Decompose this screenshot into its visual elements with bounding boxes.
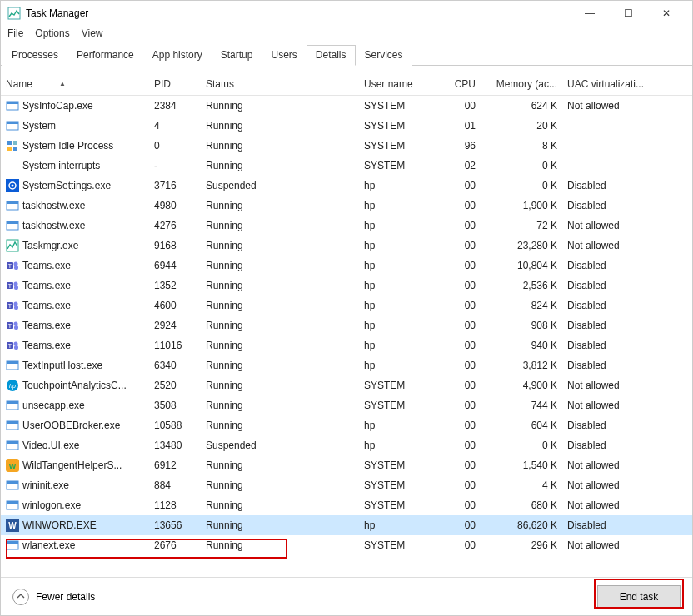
end-task-button[interactable]: End task: [597, 585, 681, 609]
table-row[interactable]: hpTouchpointAnalyticsC...2520RunningSYST…: [1, 375, 692, 395]
process-name: SysInfoCap.exe: [22, 100, 93, 112]
table-row[interactable]: winlogon.exe1128RunningSYSTEM00680 KNot …: [1, 495, 692, 515]
process-icon: T: [6, 339, 19, 352]
table-row[interactable]: TextInputHost.exe6340Runninghp003,812 KD…: [1, 355, 692, 375]
process-cpu: 00: [446, 400, 481, 411]
minimize-button[interactable]: —: [571, 1, 609, 26]
col-header-name[interactable]: Name ▲: [1, 78, 149, 90]
process-pid: 1128: [149, 499, 201, 511]
process-status: Suspended: [201, 440, 359, 451]
column-headers: Name ▲ PID Status User name CPU Memory (…: [1, 72, 692, 96]
process-user: hp: [359, 240, 446, 251]
table-row[interactable]: TTeams.exe2924Runninghp00908 KDisabled: [1, 315, 692, 335]
process-name: Teams.exe: [22, 280, 71, 291]
process-icon: hp: [6, 379, 19, 392]
tab-app-history[interactable]: App history: [143, 45, 212, 66]
table-row[interactable]: wininit.exe884RunningSYSTEM004 KNot allo…: [1, 475, 692, 495]
process-memory: 4,900 K: [481, 380, 562, 391]
process-icon: [6, 219, 19, 232]
menu-options[interactable]: Options: [35, 27, 69, 39]
table-row[interactable]: WWildTangentHelperS...6912RunningSYSTEM0…: [1, 455, 692, 475]
process-name: Video.UI.exe: [22, 440, 80, 451]
process-pid: 2676: [149, 539, 201, 551]
svg-text:T: T: [8, 343, 12, 349]
process-cpu: 00: [446, 320, 481, 331]
process-name: System interrupts: [22, 160, 100, 171]
col-header-user[interactable]: User name: [359, 78, 446, 90]
menu-view[interactable]: View: [82, 27, 103, 39]
maximize-button[interactable]: ☐: [609, 1, 647, 26]
table-row[interactable]: System4RunningSYSTEM0120 K: [1, 116, 692, 136]
process-cpu: 00: [446, 479, 481, 491]
process-pid: -: [149, 160, 201, 171]
process-name: WINWORD.EXE: [22, 519, 97, 531]
table-row[interactable]: System Idle Process0RunningSYSTEM968 K: [1, 136, 692, 156]
tab-processes[interactable]: Processes: [2, 45, 67, 66]
process-name: winlogon.exe: [22, 499, 81, 511]
table-row[interactable]: wlanext.exe2676RunningSYSTEM00296 KNot a…: [1, 535, 692, 555]
tab-performance[interactable]: Performance: [67, 45, 143, 66]
process-list[interactable]: SysInfoCap.exe2384RunningSYSTEM00624 KNo…: [1, 96, 692, 564]
menubar: File Options View: [1, 26, 692, 44]
svg-rect-5: [7, 141, 12, 145]
table-row[interactable]: SystemSettings.exe3716Suspendedhp000 KDi…: [1, 176, 692, 196]
process-icon: T: [6, 279, 19, 292]
process-icon: W: [6, 519, 19, 532]
tab-services[interactable]: Services: [356, 45, 412, 66]
process-icon: [6, 159, 19, 172]
process-cpu: 00: [446, 180, 481, 191]
table-row[interactable]: System interrupts-RunningSYSTEM020 K: [1, 156, 692, 176]
process-user: SYSTEM: [359, 479, 446, 491]
col-header-memory[interactable]: Memory (ac...: [481, 78, 562, 90]
table-row[interactable]: WWINWORD.EXE13656Runninghp0086,620 KDisa…: [1, 515, 692, 535]
tab-details[interactable]: Details: [307, 45, 356, 66]
table-row[interactable]: SysInfoCap.exe2384RunningSYSTEM00624 KNo…: [1, 96, 692, 116]
process-uac: Disabled: [562, 300, 662, 311]
process-cpu: 00: [446, 220, 481, 231]
table-row[interactable]: taskhostw.exe4980Runninghp001,900 KDisab…: [1, 196, 692, 216]
col-header-status[interactable]: Status: [201, 78, 359, 90]
col-header-pid[interactable]: PID: [149, 78, 201, 90]
svg-point-31: [14, 322, 18, 326]
process-user: SYSTEM: [359, 460, 446, 471]
process-pid: 4: [149, 120, 201, 132]
process-uac: Disabled: [562, 180, 662, 191]
tab-startup[interactable]: Startup: [212, 45, 262, 66]
titlebar: Task Manager — ☐ ✕: [1, 1, 692, 26]
table-row[interactable]: TTeams.exe1352Runninghp002,536 KDisabled: [1, 276, 692, 296]
table-row[interactable]: Taskmgr.exe9168Runninghp0023,280 KNot al…: [1, 236, 692, 256]
process-pid: 6912: [149, 460, 201, 471]
fewer-details-label[interactable]: Fewer details: [36, 591, 95, 603]
table-row[interactable]: TTeams.exe4600Runninghp00824 KDisabled: [1, 296, 692, 315]
fewer-details-toggle[interactable]: [12, 589, 29, 605]
close-button[interactable]: ✕: [647, 1, 686, 26]
col-header-uac[interactable]: UAC virtualizati...: [562, 78, 662, 90]
sort-indicator-icon: ▲: [59, 80, 66, 87]
process-user: SYSTEM: [359, 499, 446, 511]
process-uac: Not allowed: [562, 460, 662, 471]
table-row[interactable]: Video.UI.exe13480Suspendedhp000 KDisable…: [1, 435, 692, 455]
process-icon: T: [6, 299, 19, 312]
table-row[interactable]: unsecapp.exe3508RunningSYSTEM00744 KNot …: [1, 395, 692, 415]
process-memory: 2,536 K: [481, 280, 562, 291]
tab-users[interactable]: Users: [262, 45, 306, 66]
table-row[interactable]: TTeams.exe11016Runninghp00940 KDisabled: [1, 335, 692, 355]
process-pid: 1352: [149, 280, 201, 291]
process-memory: 624 K: [481, 100, 562, 112]
process-status: Running: [201, 519, 359, 531]
svg-point-35: [14, 342, 18, 346]
process-user: hp: [359, 280, 446, 291]
process-icon: [6, 439, 19, 452]
table-row[interactable]: UserOOBEBroker.exe10588Runninghp00604 KD…: [1, 415, 692, 435]
process-icon: [6, 179, 19, 192]
process-cpu: 00: [446, 360, 481, 371]
svg-point-23: [14, 282, 18, 286]
process-memory: 1,540 K: [481, 460, 562, 471]
table-row[interactable]: TTeams.exe6944Runninghp0010,804 KDisable…: [1, 256, 692, 276]
table-row[interactable]: taskhostw.exe4276Runninghp0072 KNot allo…: [1, 216, 692, 236]
svg-rect-50: [7, 481, 18, 484]
svg-text:T: T: [8, 283, 12, 289]
col-header-cpu[interactable]: CPU: [446, 78, 481, 90]
process-memory: 908 K: [481, 320, 562, 331]
menu-file[interactable]: File: [7, 27, 23, 39]
